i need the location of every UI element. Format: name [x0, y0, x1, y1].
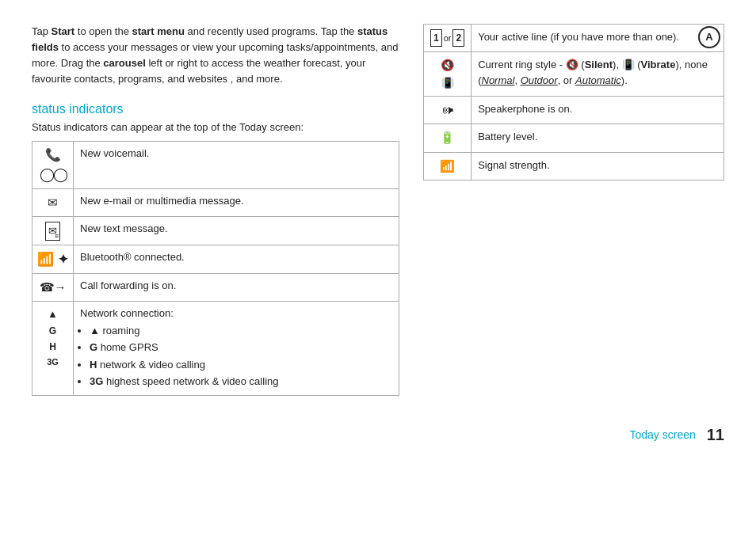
voicemail-icon: 📞	[45, 148, 61, 162]
voicemail-icon-cell: 📞 ◯◯	[32, 141, 74, 189]
silent-icon: 🔇	[441, 57, 454, 74]
battery-icon-cell: 🔋	[424, 124, 472, 153]
table-row: 📶 ✦ Bluetooth® connected.	[32, 245, 399, 274]
bluetooth-icon: 📶	[37, 252, 54, 267]
battery-desc: Battery level.	[472, 124, 724, 153]
gprs-icon: G	[49, 324, 56, 338]
line-indicator-desc: Your active line (if you have more than …	[472, 25, 724, 52]
signal-icon: 📶	[440, 159, 455, 173]
voicemail-icon-alt: ◯◯	[40, 167, 67, 182]
ring-icons: 🔇 📳	[430, 57, 464, 91]
table-row: 🔇 📳 Current ring style - 🔇 (Silent), 📳 (…	[424, 52, 724, 97]
speakerphone-icon-cell: 🕪	[424, 96, 472, 124]
email-desc: New e-mail or multimedia message.	[74, 189, 399, 217]
section-subtitle: Status indicators can appear at the top …	[32, 121, 399, 133]
email-icon: ✉	[48, 196, 58, 209]
signal-icon-cell: 📶	[424, 152, 472, 181]
table-row: ✉ New e-mail or multimedia message.	[32, 189, 399, 217]
call-forward-icon: ☎→	[40, 280, 67, 294]
vibrate-icon: 📳	[441, 75, 454, 91]
line-indicator-icon-cell: 1 or 2	[424, 25, 472, 52]
status-indicators-table: 📞 ◯◯ New voicemail. ✉ New e-mail or mult…	[32, 141, 399, 396]
sms-desc: New text message.	[74, 217, 399, 245]
call-forward-icon-cell: ☎→	[32, 274, 74, 302]
network-list: ▲ roaming G home GPRS H network & video …	[90, 323, 392, 390]
intro-paragraph: Tap Start to open the start menu and rec…	[32, 24, 399, 88]
sms-icon: ✉≡	[45, 222, 60, 241]
table-row: 📞 ◯◯ New voicemail.	[32, 141, 399, 189]
right-column: 1 or 2 Your active line (if you have mor…	[423, 24, 724, 396]
ring-style-desc: Current ring style - 🔇 (Silent), 📳 (Vibr…	[472, 52, 724, 97]
line2-icon: 2	[452, 29, 464, 47]
list-item: 3G highest speed network & video calling	[90, 374, 392, 390]
page-number: 11	[707, 426, 724, 444]
table-row: 🔋 Battery level.	[424, 124, 724, 153]
voicemail-desc: New voicemail.	[74, 141, 399, 189]
section-title: status indicators	[32, 102, 399, 116]
table-row: 🕪 Speakerphone is on.	[424, 96, 724, 124]
list-item: ▲ roaming	[90, 323, 392, 339]
email-icon-cell: ✉	[32, 189, 74, 217]
speakerphone-desc: Speakerphone is on.	[472, 96, 724, 124]
network-icon-cell: ▲ G H 3G	[32, 302, 74, 396]
table-row: ☎→ Call forwarding is on.	[32, 274, 399, 302]
bluetooth-desc: Bluetooth® connected.	[74, 245, 399, 274]
call-forward-desc: Call forwarding is on.	[74, 274, 399, 302]
speakerphone-icon: 🕪	[441, 103, 453, 116]
footer-label: Today screen	[629, 428, 695, 441]
bluetooth-icon-cell: 📶 ✦	[32, 245, 74, 274]
threeg-icon: 3G	[47, 355, 59, 369]
table-row: ▲ G H 3G Network connection: ▲ roaming G…	[32, 302, 399, 396]
list-item: H network & video calling	[90, 357, 392, 373]
table-row: 1 or 2 Your active line (if you have mor…	[424, 25, 724, 52]
roaming-icon: ▲	[48, 306, 58, 322]
page-footer: Today screen 11	[32, 420, 724, 444]
line-indicator-badge: A	[698, 26, 720, 48]
table-row: ✉≡ New text message.	[32, 217, 399, 245]
right-status-table: 1 or 2 Your active line (if you have mor…	[423, 24, 724, 181]
table-row: 📶 Signal strength.	[424, 152, 724, 181]
network-icons: ▲ G H 3G	[37, 306, 68, 368]
left-column: Tap Start to open the start menu and rec…	[32, 24, 399, 396]
line1-icon: 1	[430, 29, 442, 47]
bluetooth-symbol: ✦	[58, 253, 68, 266]
ring-style-icon-cell: 🔇 📳	[424, 52, 472, 97]
network-desc: Network connection: ▲ roaming G home GPR…	[74, 302, 399, 396]
battery-icon: 🔋	[440, 131, 455, 144]
hsdpa-icon: H	[49, 340, 56, 354]
list-item: G home GPRS	[90, 340, 392, 355]
sms-icon-cell: ✉≡	[32, 217, 74, 245]
signal-desc: Signal strength.	[472, 152, 724, 181]
